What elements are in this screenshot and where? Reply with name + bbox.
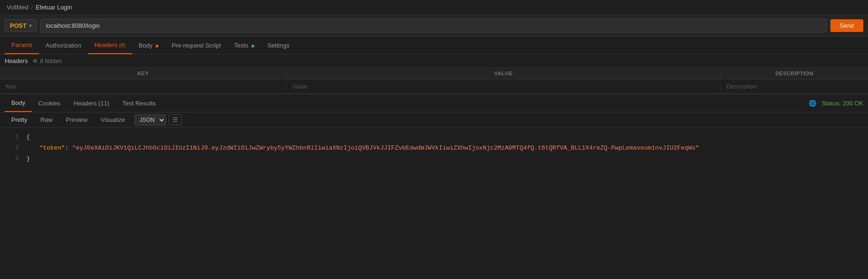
url-input[interactable] (40, 19, 826, 32)
btab-pretty[interactable]: Pretty (5, 112, 34, 127)
tests-dot-icon (251, 45, 254, 48)
response-tabs-bar: Body Cookies Headers (11) Test Results 🌐… (0, 95, 868, 112)
send-button[interactable]: Send (830, 19, 863, 32)
eye-icon: 👁 (32, 58, 38, 64)
tab-headers[interactable]: Headers (8) (88, 37, 132, 54)
line-number-2: 2 (5, 143, 19, 152)
headers-section: Headers 👁 8 hidden KEY VALUE DESCRIPTION… (0, 55, 868, 94)
json-line-1: 1 { (0, 132, 868, 143)
json-line-3: 3 } (0, 154, 868, 165)
headers-table: KEY VALUE DESCRIPTION Key Value Descript… (0, 68, 868, 94)
json-token-value: "eyJ0eXAiOiJKV1QiLCJhbGciOiJIUzI1NiJ9.ey… (72, 143, 699, 153)
url-bar: POST ▾ Send (0, 15, 868, 37)
json-line-2: 2 "token" : "eyJ0eXAiOiJKV1QiLCJhbGciOiJ… (0, 143, 868, 154)
request-tabs: Params Authorization Headers (8) Body Pr… (0, 37, 868, 55)
col-description: DESCRIPTION (720, 68, 868, 80)
breadcrumb-bar: VollMed / Efetuar Login (0, 0, 868, 15)
json-colon: : (65, 143, 72, 153)
description-input-cell[interactable]: Description (720, 80, 868, 94)
line-number-3: 3 (5, 154, 19, 163)
tab-body[interactable]: Body (132, 37, 165, 54)
body-tabs: Pretty Raw Preview Visualize JSON XML HT… (0, 112, 868, 128)
wrap-button[interactable]: ☰ (169, 114, 182, 125)
btab-raw[interactable]: Raw (34, 112, 59, 127)
tab-response-body[interactable]: Body (5, 95, 32, 112)
format-select[interactable]: JSON XML HTML Text (134, 114, 166, 126)
col-key: KEY (0, 68, 287, 80)
table-row: Key Value Description (0, 80, 868, 94)
tab-settings[interactable]: Settings (261, 37, 296, 54)
hidden-count: 8 hidden (40, 58, 62, 64)
response-tabs: Body Cookies Headers (11) Test Results (5, 95, 162, 112)
headers-label: Headers (5, 57, 28, 64)
breadcrumb-separator: / (31, 4, 33, 11)
key-input-cell[interactable]: Key (0, 80, 287, 94)
tab-response-headers[interactable]: Headers (11) (67, 95, 116, 112)
headers-toolbar: Headers 👁 8 hidden (0, 55, 868, 68)
status-badge: Status: 200 OK (822, 100, 863, 107)
json-open-brace: { (26, 133, 30, 143)
chevron-down-icon: ▾ (29, 23, 31, 28)
json-token-key: "token" (39, 143, 65, 153)
line-number-1: 1 (5, 133, 19, 142)
response-meta: 🌐 Status: 200 OK (809, 100, 863, 107)
hidden-badge: 👁 8 hidden (32, 58, 62, 64)
col-value: VALUE (287, 68, 721, 80)
value-input-cell[interactable]: Value (287, 80, 721, 94)
btab-preview[interactable]: Preview (59, 112, 94, 127)
json-viewer: 1 { 2 "token" : "eyJ0eXAiOiJKV1QiLCJhbGc… (0, 128, 868, 169)
btab-visualize[interactable]: Visualize (94, 112, 132, 127)
tab-params[interactable]: Params (5, 37, 39, 54)
page-name: Efetuar Login (36, 4, 72, 11)
method-label: POST (10, 22, 26, 29)
headers-badge: (8) (119, 42, 125, 48)
response-area: Body Cookies Headers (11) Test Results 🌐… (0, 94, 868, 169)
tab-response-cookies[interactable]: Cookies (32, 95, 67, 112)
tab-tests[interactable]: Tests (227, 37, 261, 54)
app-name: VollMed (7, 4, 28, 11)
tab-test-results[interactable]: Test Results (116, 95, 162, 112)
body-dot-icon (156, 45, 158, 48)
method-dropdown[interactable]: POST ▾ (5, 19, 37, 32)
tab-prerequest[interactable]: Pre-request Script (165, 37, 227, 54)
globe-icon: 🌐 (809, 100, 816, 107)
json-close-brace: } (26, 154, 30, 164)
tab-authorization[interactable]: Authorization (39, 37, 88, 54)
